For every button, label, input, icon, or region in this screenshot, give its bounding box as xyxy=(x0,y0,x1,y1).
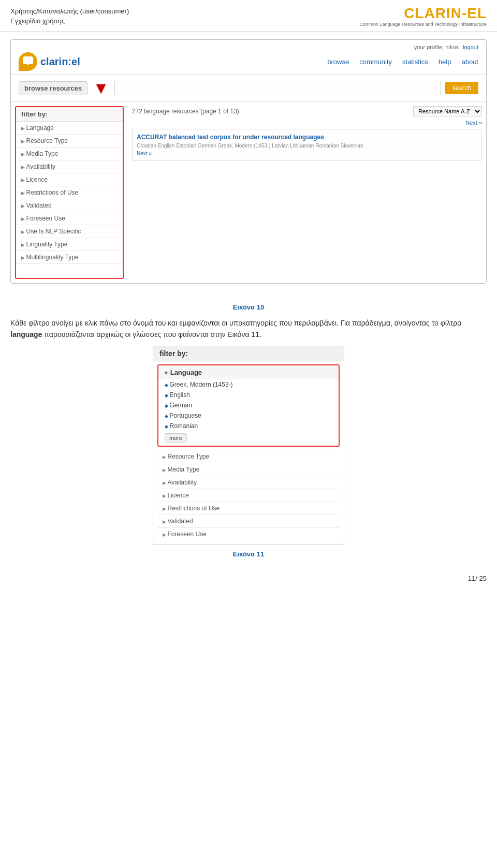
filter-box-2-title: filter by: xyxy=(153,346,344,361)
body-text-2: παρουσιάζονται αρχικώς οι γλώσσες που φα… xyxy=(44,330,261,339)
site-logo: clarin:el xyxy=(19,52,80,71)
filter-availability[interactable]: Availability xyxy=(16,160,123,173)
search-bar: search xyxy=(114,81,478,95)
filter-linguality[interactable]: Linguality Type xyxy=(16,238,123,251)
filter-language[interactable]: Language xyxy=(16,122,123,135)
filter-title: filter by: xyxy=(16,107,123,122)
filter2-restrictions[interactable]: Restrictions of Use xyxy=(157,502,340,514)
search-input[interactable] xyxy=(114,81,441,95)
filter2-availability[interactable]: Availability xyxy=(157,476,340,489)
nav-browse[interactable]: browse xyxy=(327,58,349,66)
sort-select[interactable]: Resource Name A-Z xyxy=(413,106,482,116)
figure10-section: Εικόνα 10 Κάθε φίλτρο ανοίγει με κλικ πά… xyxy=(0,291,497,572)
nav-community[interactable]: community xyxy=(359,58,392,66)
nav-help[interactable]: help xyxy=(438,58,451,66)
filter2-validated[interactable]: Validated xyxy=(157,514,340,527)
filter-validated[interactable]: Validated xyxy=(16,199,123,212)
results-header: 272 language resources (page 1 of 13) Re… xyxy=(132,106,482,116)
filter-restrictions[interactable]: Restrictions of Use xyxy=(16,186,123,199)
svg-rect-2 xyxy=(23,57,33,64)
figure11-label: Εικόνα 11 xyxy=(10,550,487,558)
site-nav: clarin:el browse community statistics he… xyxy=(19,52,478,74)
language-filter-open: Language Greek, Modern (1453-) English G… xyxy=(157,364,340,447)
lang-item-romanian[interactable]: Romanian xyxy=(158,421,339,431)
screenshot1: your profile, nikos logout clarin:el bro… xyxy=(10,39,487,284)
filter-resource-type[interactable]: Resource Type xyxy=(16,135,123,148)
site-header: your profile, nikos logout clarin:el bro… xyxy=(11,40,486,75)
resource-tags: Croatian English Estonian German Greek, … xyxy=(137,143,477,149)
red-arrow-icon: ▼ xyxy=(93,80,109,96)
nav-about[interactable]: about xyxy=(461,58,478,66)
next-link-top[interactable]: Next » xyxy=(132,120,482,126)
filter-media-type[interactable]: Media Type xyxy=(16,148,123,160)
resource-next[interactable]: Next » xyxy=(137,151,477,156)
lang-item-greek[interactable]: Greek, Modern (1453-) xyxy=(158,379,339,390)
filter-foreseen-use[interactable]: Foreseen Use xyxy=(16,212,123,225)
filter2-licence[interactable]: Licence xyxy=(157,489,340,502)
figure10-label: Εικόνα 10 xyxy=(10,303,487,311)
more-button[interactable]: more xyxy=(165,433,187,443)
site-nav-links: browse community statistics help about xyxy=(327,58,478,66)
page-header: Χρήστης/Καταναλωτής (user/consumer) Εγχε… xyxy=(0,0,497,32)
filter2-resource-type[interactable]: Resource Type xyxy=(157,450,340,463)
main-content: filter by: Language Resource Type Media … xyxy=(11,102,486,283)
filter2-media-type[interactable]: Media Type xyxy=(157,463,340,476)
results-area: 272 language resources (page 1 of 13) Re… xyxy=(128,102,486,283)
results-count: 272 language resources (page 1 of 13) xyxy=(132,108,239,115)
browse-resources-title: browse resources xyxy=(19,81,87,95)
filter-multilinguality[interactable]: Multilinguality Type xyxy=(16,251,123,264)
page-number: 11/ 25 xyxy=(468,575,487,582)
logout-link[interactable]: logout xyxy=(463,44,478,50)
filter-sidebar: filter by: Language Resource Type Media … xyxy=(15,106,124,279)
filter-nlp[interactable]: Use Is NLP Specific xyxy=(16,225,123,238)
language-filter-header[interactable]: Language xyxy=(158,365,339,379)
site-logo-text: clarin:el xyxy=(40,56,80,68)
resource-title[interactable]: ACCURAT balanced test corpus for under r… xyxy=(137,134,477,141)
body-text-1: Κάθε φίλτρο ανοίγει με κλικ πάνω στο όνο… xyxy=(10,319,461,327)
page-title: Χρήστης/Καταναλωτής (user/consumer) Εγχε… xyxy=(10,6,129,26)
body-text-bold: language xyxy=(10,330,42,339)
resource-item: ACCURAT balanced test corpus for under r… xyxy=(132,129,482,161)
lang-item-english[interactable]: English xyxy=(158,390,339,400)
logo-icon xyxy=(19,52,37,71)
clarin-el-logo: CLARIN-EL Common Language Resources and … xyxy=(360,5,487,27)
body-text: Κάθε φίλτρο ανοίγει με κλικ πάνω στο όνο… xyxy=(10,317,487,341)
filter-licence[interactable]: Licence xyxy=(16,173,123,186)
filter-box-2: filter by: Language Greek, Modern (1453-… xyxy=(153,346,344,545)
site-header-top: your profile, nikos logout xyxy=(19,44,478,50)
lang-item-portuguese[interactable]: Portuguese xyxy=(158,410,339,421)
search-button[interactable]: search xyxy=(445,82,478,94)
browse-area: browse resources ▼ search xyxy=(11,75,486,102)
page-footer: 11/ 25 xyxy=(0,572,497,587)
lang-item-german[interactable]: German xyxy=(158,400,339,410)
nav-statistics[interactable]: statistics xyxy=(402,58,428,66)
filter2-foreseen-use[interactable]: Foreseen Use xyxy=(157,527,340,540)
